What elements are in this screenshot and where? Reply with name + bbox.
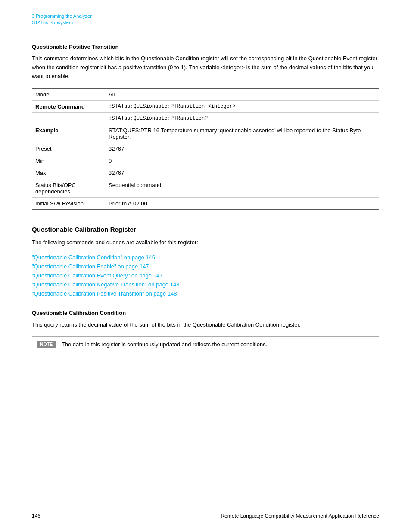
note-box: NOTE The data in this register is contin… — [32, 336, 379, 353]
calibration-link[interactable]: "Questionable Calibration Event Query" o… — [32, 272, 379, 279]
table-row: Initial S/W RevisionPrior to A.02.00 — [32, 198, 379, 210]
table-cell-label: Min — [32, 155, 105, 167]
footer-title: Remote Language Compatibility Measuremen… — [221, 513, 379, 519]
section-questionable-calibration-register: Questionable Calibration Register The fo… — [32, 226, 379, 297]
footer: 146 Remote Language Compatibility Measur… — [32, 513, 379, 519]
section-questionable-calibration-condition: Questionable Calibration Condition This … — [32, 310, 379, 352]
table-row: ModeAll — [32, 88, 379, 101]
table-cell-label — [32, 113, 105, 124]
table-cell-value: 32767 — [105, 143, 379, 155]
calibration-link[interactable]: "Questionable Calibration Condition" on … — [32, 254, 379, 261]
table-cell-value: :STATus:QUESionable:PTRansition? — [105, 113, 379, 124]
table-row: Min0 — [32, 155, 379, 167]
section2-links: "Questionable Calibration Condition" on … — [32, 254, 379, 297]
table-cell-label: Remote Command — [32, 101, 105, 113]
section1-table: ModeAllRemote Command:STATus:QUESionable… — [32, 88, 379, 210]
section1-title: Questionable Positive Transition — [32, 44, 379, 50]
table-row: Remote Command:STATus:QUESionable:PTRans… — [32, 101, 379, 113]
breadcrumb-line2: STATus Subsystem — [32, 19, 379, 26]
table-cell-value: All — [105, 88, 379, 101]
breadcrumb-line1: 3 Programming the Analyzer — [32, 13, 379, 19]
table-cell-value: 32767 — [105, 167, 379, 179]
note-text: The data in this register is continuousl… — [62, 340, 268, 349]
breadcrumb: 3 Programming the Analyzer STATus Subsys… — [32, 13, 379, 26]
section2-title: Questionable Calibration Register — [32, 226, 379, 233]
table-cell-value: STAT:QUES:PTR 16 Temperature summary ‘qu… — [105, 124, 379, 143]
table-row: :STATus:QUESionable:PTRansition? — [32, 113, 379, 124]
section3-body: This query returns the decimal value of … — [32, 320, 379, 330]
table-cell-label: Status Bits/OPC dependencies — [32, 179, 105, 198]
table-row: ExampleSTAT:QUES:PTR 16 Temperature summ… — [32, 124, 379, 143]
table-cell-label: Mode — [32, 88, 105, 101]
table-cell-value: :STATus:QUESionable:PTRansition <integer… — [105, 101, 379, 113]
section3-title: Questionable Calibration Condition — [32, 310, 379, 316]
note-label: NOTE — [37, 341, 56, 348]
calibration-link[interactable]: "Questionable Calibration Positive Trans… — [32, 290, 379, 297]
table-cell-label: Example — [32, 124, 105, 143]
table-cell-value: Prior to A.02.00 — [105, 198, 379, 210]
section2-intro: The following commands and queries are a… — [32, 238, 379, 247]
calibration-link[interactable]: "Questionable Calibration Enable" on pag… — [32, 263, 379, 270]
section-questionable-positive-transition: Questionable Positive Transition This co… — [32, 44, 379, 210]
table-cell-value: Sequential command — [105, 179, 379, 198]
table-cell-label: Max — [32, 167, 105, 179]
table-cell-label: Preset — [32, 143, 105, 155]
table-cell-label: Initial S/W Revision — [32, 198, 105, 210]
calibration-link[interactable]: "Questionable Calibration Negative Trans… — [32, 281, 379, 288]
table-cell-value: 0 — [105, 155, 379, 167]
table-row: Status Bits/OPC dependenciesSequential c… — [32, 179, 379, 198]
page-number: 146 — [32, 513, 40, 519]
page: 3 Programming the Analyzer STATus Subsys… — [0, 0, 411, 532]
table-row: Max32767 — [32, 167, 379, 179]
table-row: Preset32767 — [32, 143, 379, 155]
section1-body: This command determines which bits in th… — [32, 54, 379, 81]
